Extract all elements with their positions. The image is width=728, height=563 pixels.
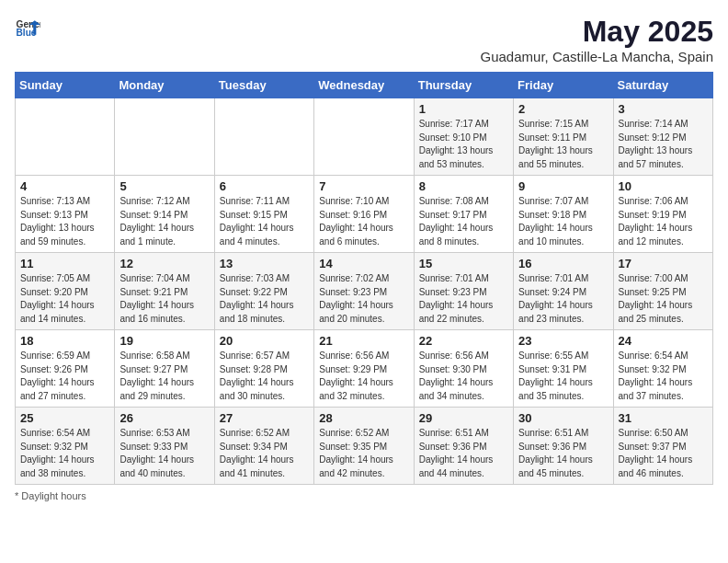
- day-info: Sunrise: 6:52 AM Sunset: 9:34 PM Dayligh…: [220, 427, 309, 480]
- day-number: 17: [619, 257, 708, 270]
- day-info: Sunrise: 6:57 AM Sunset: 9:28 PM Dayligh…: [220, 350, 309, 403]
- day-info: Sunrise: 7:07 AM Sunset: 9:18 PM Dayligh…: [518, 195, 608, 248]
- calendar-cell: 1Sunrise: 7:17 AM Sunset: 9:10 PM Daylig…: [414, 98, 513, 176]
- day-info: Sunrise: 7:11 AM Sunset: 9:15 PM Dayligh…: [220, 195, 309, 248]
- calendar-cell: 30Sunrise: 6:51 AM Sunset: 9:36 PM Dayli…: [514, 408, 613, 485]
- day-info: Sunrise: 6:53 AM Sunset: 9:33 PM Dayligh…: [119, 427, 209, 480]
- calendar-cell: 24Sunrise: 6:54 AM Sunset: 9:32 PM Dayli…: [613, 330, 712, 408]
- day-number: 4: [20, 179, 109, 193]
- day-info: Sunrise: 7:10 AM Sunset: 9:16 PM Dayligh…: [319, 195, 408, 248]
- day-number: 18: [20, 334, 109, 348]
- calendar-cell: 27Sunrise: 6:52 AM Sunset: 9:34 PM Dayli…: [214, 408, 313, 485]
- day-number: 23: [518, 334, 608, 348]
- day-info: Sunrise: 6:58 AM Sunset: 9:27 PM Dayligh…: [119, 350, 209, 403]
- calendar-cell: 6Sunrise: 7:11 AM Sunset: 9:15 PM Daylig…: [214, 176, 313, 253]
- subtitle: Guadamur, Castille-La Mancha, Spain: [481, 49, 713, 64]
- day-of-week-header: Friday: [514, 73, 613, 98]
- day-number: 12: [119, 257, 209, 270]
- day-number: 31: [619, 411, 708, 425]
- calendar-cell: 3Sunrise: 7:14 AM Sunset: 9:12 PM Daylig…: [613, 98, 712, 176]
- footer-note: * Daylight hours: [15, 490, 713, 501]
- day-number: 21: [319, 334, 408, 348]
- day-number: 10: [619, 179, 708, 193]
- day-info: Sunrise: 6:56 AM Sunset: 9:29 PM Dayligh…: [319, 350, 408, 403]
- day-info: Sunrise: 7:13 AM Sunset: 9:13 PM Dayligh…: [20, 195, 109, 248]
- day-info: Sunrise: 7:05 AM Sunset: 9:20 PM Dayligh…: [20, 272, 109, 326]
- day-info: Sunrise: 7:01 AM Sunset: 9:23 PM Dayligh…: [419, 272, 508, 326]
- day-info: Sunrise: 7:01 AM Sunset: 9:24 PM Dayligh…: [518, 272, 608, 326]
- day-number: 11: [20, 257, 109, 270]
- day-number: 16: [518, 257, 608, 270]
- calendar-cell: [16, 98, 115, 176]
- day-info: Sunrise: 7:12 AM Sunset: 9:14 PM Dayligh…: [119, 195, 209, 248]
- calendar-cell: [214, 98, 313, 176]
- calendar-cell: 12Sunrise: 7:04 AM Sunset: 9:21 PM Dayli…: [115, 253, 214, 330]
- day-info: Sunrise: 6:51 AM Sunset: 9:36 PM Dayligh…: [518, 427, 608, 480]
- day-of-week-header: Wednesday: [314, 73, 414, 98]
- day-info: Sunrise: 6:52 AM Sunset: 9:35 PM Dayligh…: [319, 427, 408, 480]
- day-info: Sunrise: 7:14 AM Sunset: 9:12 PM Dayligh…: [619, 118, 708, 171]
- day-number: 20: [220, 334, 309, 348]
- calendar-cell: 13Sunrise: 7:03 AM Sunset: 9:22 PM Dayli…: [214, 253, 313, 330]
- day-of-week-header: Sunday: [16, 73, 115, 98]
- day-number: 9: [518, 179, 608, 193]
- calendar-cell: 31Sunrise: 6:50 AM Sunset: 9:37 PM Dayli…: [613, 408, 712, 485]
- day-info: Sunrise: 7:04 AM Sunset: 9:21 PM Dayligh…: [119, 272, 209, 326]
- day-info: Sunrise: 7:02 AM Sunset: 9:23 PM Dayligh…: [319, 272, 408, 326]
- day-number: 24: [619, 334, 708, 348]
- calendar-cell: 10Sunrise: 7:06 AM Sunset: 9:19 PM Dayli…: [613, 176, 712, 253]
- calendar-cell: 21Sunrise: 6:56 AM Sunset: 9:29 PM Dayli…: [314, 330, 414, 408]
- calendar-cell: 17Sunrise: 7:00 AM Sunset: 9:25 PM Dayli…: [613, 253, 712, 330]
- day-number: 28: [319, 411, 408, 425]
- calendar-cell: 4Sunrise: 7:13 AM Sunset: 9:13 PM Daylig…: [16, 176, 115, 253]
- calendar-cell: 25Sunrise: 6:54 AM Sunset: 9:32 PM Dayli…: [16, 408, 115, 485]
- calendar-cell: 29Sunrise: 6:51 AM Sunset: 9:36 PM Dayli…: [414, 408, 513, 485]
- calendar-cell: 5Sunrise: 7:12 AM Sunset: 9:14 PM Daylig…: [115, 176, 214, 253]
- calendar-cell: 11Sunrise: 7:05 AM Sunset: 9:20 PM Dayli…: [16, 253, 115, 330]
- day-info: Sunrise: 6:51 AM Sunset: 9:36 PM Dayligh…: [419, 427, 508, 480]
- page-header: General Blue May 2025 Guadamur, Castille…: [15, 15, 713, 64]
- calendar-week-row: 25Sunrise: 6:54 AM Sunset: 9:32 PM Dayli…: [16, 408, 713, 485]
- calendar-header-row: SundayMondayTuesdayWednesdayThursdayFrid…: [16, 73, 713, 98]
- day-of-week-header: Tuesday: [214, 73, 313, 98]
- day-info: Sunrise: 7:00 AM Sunset: 9:25 PM Dayligh…: [619, 272, 708, 326]
- day-number: 30: [518, 411, 608, 425]
- calendar-week-row: 11Sunrise: 7:05 AM Sunset: 9:20 PM Dayli…: [16, 253, 713, 330]
- day-of-week-header: Thursday: [414, 73, 513, 98]
- day-number: 19: [119, 334, 209, 348]
- calendar-cell: 26Sunrise: 6:53 AM Sunset: 9:33 PM Dayli…: [115, 408, 214, 485]
- day-number: 29: [419, 411, 508, 425]
- calendar-cell: 9Sunrise: 7:07 AM Sunset: 9:18 PM Daylig…: [514, 176, 613, 253]
- calendar-week-row: 4Sunrise: 7:13 AM Sunset: 9:13 PM Daylig…: [16, 176, 713, 253]
- calendar-table: SundayMondayTuesdayWednesdayThursdayFrid…: [15, 72, 713, 485]
- day-number: 25: [20, 411, 109, 425]
- day-number: 8: [419, 179, 508, 193]
- calendar-cell: 22Sunrise: 6:56 AM Sunset: 9:30 PM Dayli…: [414, 330, 513, 408]
- calendar-cell: 15Sunrise: 7:01 AM Sunset: 9:23 PM Dayli…: [414, 253, 513, 330]
- day-info: Sunrise: 7:03 AM Sunset: 9:22 PM Dayligh…: [220, 272, 309, 326]
- day-info: Sunrise: 6:50 AM Sunset: 9:37 PM Dayligh…: [619, 427, 708, 480]
- day-info: Sunrise: 7:17 AM Sunset: 9:10 PM Dayligh…: [419, 118, 508, 171]
- day-number: 14: [319, 257, 408, 270]
- day-info: Sunrise: 7:15 AM Sunset: 9:11 PM Dayligh…: [518, 118, 608, 171]
- day-of-week-header: Monday: [115, 73, 214, 98]
- calendar-cell: 19Sunrise: 6:58 AM Sunset: 9:27 PM Dayli…: [115, 330, 214, 408]
- logo-icon: General Blue: [15, 15, 40, 40]
- day-number: 7: [319, 179, 408, 193]
- day-number: 27: [220, 411, 309, 425]
- calendar-cell: 14Sunrise: 7:02 AM Sunset: 9:23 PM Dayli…: [314, 253, 414, 330]
- calendar-cell: 7Sunrise: 7:10 AM Sunset: 9:16 PM Daylig…: [314, 176, 414, 253]
- calendar-cell: 2Sunrise: 7:15 AM Sunset: 9:11 PM Daylig…: [514, 98, 613, 176]
- day-number: 1: [419, 102, 508, 116]
- day-number: 22: [419, 334, 508, 348]
- day-number: 6: [220, 179, 309, 193]
- day-number: 3: [619, 102, 708, 116]
- day-info: Sunrise: 7:06 AM Sunset: 9:19 PM Dayligh…: [619, 195, 708, 248]
- calendar-cell: 8Sunrise: 7:08 AM Sunset: 9:17 PM Daylig…: [414, 176, 513, 253]
- calendar-cell: 28Sunrise: 6:52 AM Sunset: 9:35 PM Dayli…: [314, 408, 414, 485]
- calendar-cell: 23Sunrise: 6:55 AM Sunset: 9:31 PM Dayli…: [514, 330, 613, 408]
- day-info: Sunrise: 6:56 AM Sunset: 9:30 PM Dayligh…: [419, 350, 508, 403]
- calendar-cell: [314, 98, 414, 176]
- main-title: May 2025: [481, 15, 713, 49]
- calendar-cell: 20Sunrise: 6:57 AM Sunset: 9:28 PM Dayli…: [214, 330, 313, 408]
